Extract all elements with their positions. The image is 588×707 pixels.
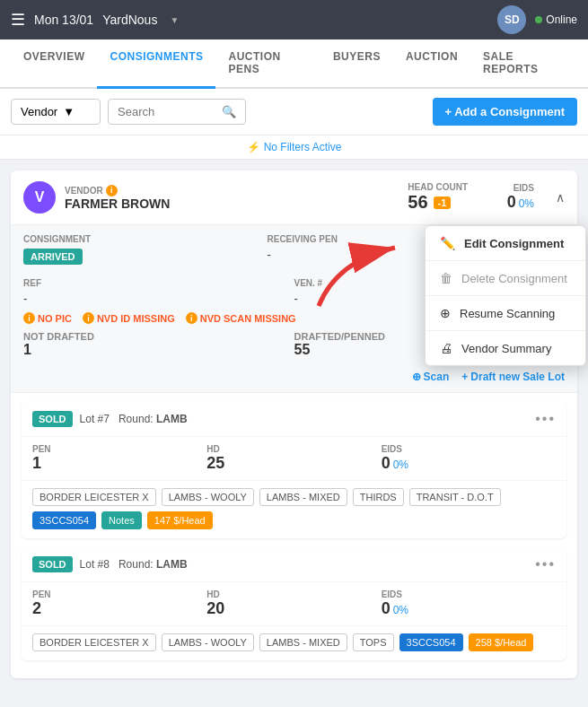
- tab-nav: OVERVIEW CONSIGNMENTS AUCTION PENS BUYER…: [0, 39, 588, 89]
- add-consignment-button[interactable]: + Add a Consignment: [433, 98, 578, 126]
- eids-pct: 0%: [519, 197, 534, 210]
- scan-row: ⊕ Scan + Draft new Sale Lot: [23, 365, 565, 383]
- scan-icon: ⊕: [412, 371, 421, 383]
- tab-auction[interactable]: AUCTION: [393, 39, 470, 89]
- toolbar: Vendor ▼ 🔍 + Add a Consignment: [0, 89, 588, 135]
- head-count-badge: -1: [434, 196, 452, 209]
- tag-lot8-5: 258 $/Head: [469, 633, 534, 651]
- consignment-label: CONSIGNMENT: [23, 234, 268, 244]
- collapse-icon[interactable]: ∧: [556, 190, 565, 205]
- tab-buyers[interactable]: BUYERS: [320, 39, 393, 89]
- lot-8-title: Lot #8 Round: LAMB: [80, 558, 188, 571]
- vendor-label: VENDOR i: [65, 185, 170, 196]
- delete-consignment-label: Delete Consignment: [461, 272, 567, 285]
- scan-label: Scan: [424, 371, 450, 383]
- vendor-info: VENDOR i FARMER BROWN: [65, 185, 170, 211]
- search-icon: 🔍: [222, 105, 236, 118]
- vendor-select[interactable]: Vendor ▼: [11, 99, 101, 125]
- tag-lot7-6: Notes: [101, 511, 142, 529]
- vendor-info-icon: i: [106, 185, 118, 196]
- not-drafted-label: NOT DRAFTED: [23, 331, 294, 342]
- lot-8-header: SOLD Lot #8 Round: LAMB •••: [22, 547, 566, 582]
- tab-overview[interactable]: OVERVIEW: [11, 39, 97, 89]
- delete-icon: 🗑: [440, 271, 452, 285]
- vendor-name: FARMER BROWN: [65, 196, 170, 211]
- lot-7-stats: PEN 1 HD 25 EIDS 0 0%: [22, 437, 566, 481]
- ref-label: REF: [23, 278, 294, 288]
- search-box: 🔍: [108, 99, 246, 125]
- lot-7-tags: BORDER LEICESTER X LAMBS - WOOLY LAMBS -…: [22, 481, 566, 538]
- lot-8-menu-button[interactable]: •••: [535, 556, 556, 572]
- context-menu: ✏️ Edit Consignment 🗑 Delete Consignment…: [425, 225, 586, 366]
- filter-text: ⚡ No Filters Active: [247, 141, 342, 153]
- consignment-section: CONSIGNMENT ARRIVED RECEIVING PEN - HEAD…: [11, 225, 577, 393]
- ref-value: -: [23, 292, 294, 305]
- draft-lot-link[interactable]: + Draft new Sale Lot: [461, 371, 565, 383]
- head-count-value: 56: [408, 192, 427, 213]
- warning-nvd-scan: i NVD SCAN MISSING: [186, 312, 296, 324]
- warning-icon-2: i: [83, 312, 94, 324]
- app-name: YardNous: [102, 13, 157, 27]
- delete-consignment-item[interactable]: 🗑 Delete Consignment: [426, 261, 585, 296]
- lot-7-menu-button[interactable]: •••: [535, 411, 556, 427]
- tag-lot8-0: BORDER LEICESTER X: [32, 633, 156, 651]
- lot-card-8: SOLD Lot #8 Round: LAMB ••• PEN 2 HD: [22, 547, 566, 660]
- toolbar-left: Vendor ▼ 🔍: [11, 99, 246, 125]
- lot-8-pen: PEN 2: [32, 589, 206, 618]
- lot-8-eids: EIDS 0 0%: [382, 589, 556, 618]
- consignment-row: CONSIGNMENT ARRIVED RECEIVING PEN - HEAD…: [23, 234, 565, 271]
- nav-right: SD Online: [497, 5, 577, 34]
- tag-lot7-0: BORDER LEICESTER X: [32, 488, 156, 506]
- vendor-card: V VENDOR i FARMER BROWN HEAD COUNT 56 -1: [11, 170, 577, 678]
- tab-sale-reports[interactable]: SALE REPORTS: [470, 39, 577, 89]
- vendor-header-left: V VENDOR i FARMER BROWN: [23, 181, 170, 214]
- lot-7-header: SOLD Lot #7 Round: LAMB •••: [22, 402, 566, 437]
- not-drafted-col: NOT DRAFTED 1: [23, 331, 294, 358]
- print-icon: 🖨: [440, 341, 452, 355]
- warning-nvd-id: i NVD ID MISSING: [83, 312, 175, 324]
- lot-8-hd: HD 20: [206, 589, 381, 618]
- filter-bar: ⚡ No Filters Active: [0, 135, 588, 160]
- search-input[interactable]: [118, 105, 216, 118]
- lot-7-sold-badge: SOLD: [32, 411, 73, 427]
- resume-scanning-label: Resume Scanning: [460, 307, 555, 320]
- vendor-select-label: Vendor: [21, 105, 57, 118]
- warning-no-pic: i NO PIC: [23, 312, 72, 324]
- edit-consignment-item[interactable]: ✏️ Edit Consignment: [426, 226, 585, 261]
- lot-7-header-left: SOLD Lot #7 Round: LAMB: [32, 411, 188, 427]
- chevron-down-icon[interactable]: ▼: [170, 15, 179, 25]
- tag-lot7-2: LAMBS - MIXED: [259, 488, 347, 506]
- lot-card-7: SOLD Lot #7 Round: LAMB ••• PEN 1 HD: [22, 402, 566, 538]
- vendor-header: V VENDOR i FARMER BROWN HEAD COUNT 56 -1: [11, 170, 577, 225]
- online-dot-icon: [535, 16, 542, 23]
- hamburger-icon[interactable]: ☰: [11, 10, 25, 30]
- tab-consignments[interactable]: CONSIGNMENTS: [97, 39, 215, 89]
- status-label: Online: [546, 13, 577, 26]
- filter-label: No Filters Active: [264, 141, 342, 153]
- online-status: Online: [535, 13, 577, 26]
- scan-link[interactable]: ⊕ Scan: [412, 371, 450, 383]
- lot-8-stats: PEN 2 HD 20 EIDS 0 0%: [22, 582, 566, 626]
- chevron-down-icon: ▼: [63, 105, 75, 118]
- vendor-summary-label: Vendor Summary: [461, 342, 551, 355]
- lot-8-tags: BORDER LEICESTER X LAMBS - WOOLY LAMBS -…: [22, 626, 566, 660]
- tag-lot7-3: THIRDS: [353, 488, 404, 506]
- lot-7-title: Lot #7 Round: LAMB: [80, 413, 188, 425]
- consignment-col: CONSIGNMENT ARRIVED: [23, 234, 268, 265]
- vendor-avatar: V: [23, 181, 56, 214]
- tag-lot7-5: 3SCCS054: [32, 511, 96, 529]
- nav-left: ☰ Mon 13/01 YardNous ▼: [11, 10, 179, 30]
- vendor-summary-item[interactable]: 🖨 Vendor Summary: [426, 331, 585, 365]
- eids-count: 0: [507, 193, 516, 212]
- tab-auction-pens[interactable]: AUCTION PENS: [215, 39, 320, 89]
- arrived-badge: ARRIVED: [23, 249, 83, 265]
- plus-icon: +: [461, 371, 468, 383]
- tag-lot7-4: TRANSIT - D.O.T: [409, 488, 501, 506]
- avatar: SD: [497, 5, 526, 34]
- head-count-row: 56 -1: [408, 192, 468, 213]
- resume-scanning-item[interactable]: ⊕ Resume Scanning: [426, 296, 585, 331]
- ref-col: REF -: [23, 278, 294, 305]
- lot-7-hd: HD 25: [206, 444, 381, 473]
- lot-8-header-left: SOLD Lot #8 Round: LAMB: [32, 556, 188, 572]
- lot-8-sold-badge: SOLD: [32, 556, 73, 572]
